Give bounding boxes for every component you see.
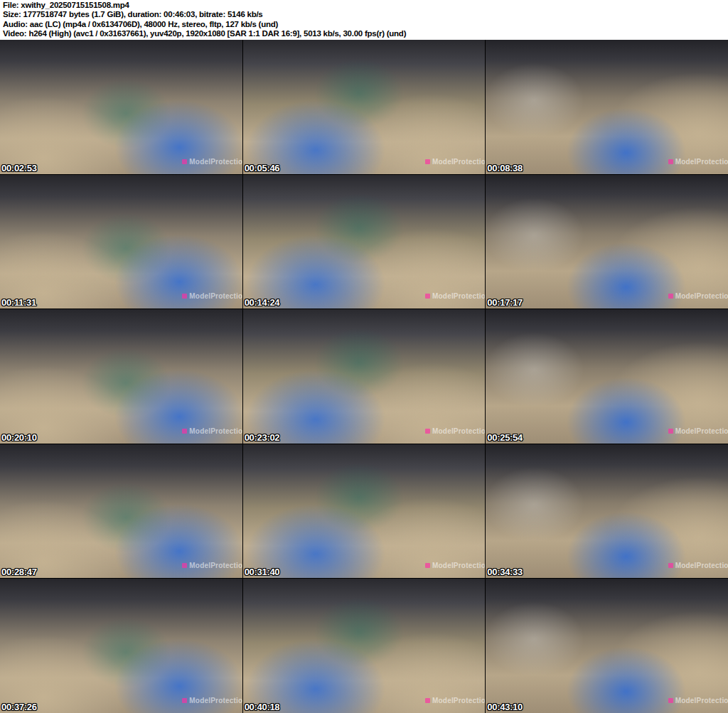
media-info-file: File: xwithy_20250715151508.mp4 — [3, 1, 728, 10]
thumbnail-placeholder-image — [0, 175, 242, 309]
watermark-label: ModelProtection — [675, 697, 728, 704]
timestamp-badge: 00:17:17 — [487, 297, 523, 308]
timestamp-badge: 00:34:33 — [487, 567, 523, 577]
watermark-label: ModelProtection — [189, 158, 242, 166]
thumbnail-placeholder-image — [0, 579, 242, 713]
watermark-icon — [668, 159, 673, 164]
timestamp-badge: 00:05:46 — [245, 163, 280, 173]
timestamp-badge: 00:43:10 — [487, 702, 523, 712]
timestamp-badge: 00:02:53 — [1, 163, 37, 173]
timestamp-badge: 00:20:10 — [1, 432, 37, 443]
watermark: ModelProtection — [425, 562, 485, 569]
watermark: ModelProtection — [668, 292, 728, 300]
watermark: ModelProtection — [182, 562, 242, 569]
thumbnail-placeholder-image — [486, 175, 728, 309]
thumbnail-placeholder-image — [243, 40, 486, 174]
video-thumbnail: ModelProtection 00:05:46 — [243, 40, 486, 174]
watermark-icon — [182, 563, 187, 568]
timestamp-badge: 00:25:54 — [487, 432, 523, 443]
video-thumbnail: ModelProtection 00:43:10 — [486, 579, 728, 713]
watermark: ModelProtection — [668, 427, 728, 435]
watermark-icon — [425, 294, 430, 299]
video-thumbnail: ModelProtection 00:08:38 — [486, 40, 728, 174]
watermark-icon — [182, 429, 187, 434]
video-contact-sheet: File: xwithy_20250715151508.mp4 Size: 17… — [0, 0, 728, 713]
thumbnail-placeholder-image — [243, 309, 486, 444]
watermark-icon — [425, 159, 430, 164]
watermark-icon — [425, 698, 430, 703]
video-thumbnail: ModelProtection 00:34:33 — [486, 444, 728, 579]
video-thumbnail: ModelProtection 00:14:24 — [243, 175, 486, 309]
watermark: ModelProtection — [182, 158, 242, 166]
thumbnail-placeholder-image — [0, 444, 242, 579]
watermark-icon — [425, 563, 430, 568]
timestamp-badge: 00:28:47 — [1, 567, 37, 577]
video-thumbnail: ModelProtection 00:11:31 — [0, 175, 242, 309]
watermark-label: ModelProtection — [675, 562, 728, 569]
video-thumbnail: ModelProtection 00:02:53 — [0, 40, 242, 174]
watermark-label: ModelProtection — [189, 292, 242, 300]
watermark-label: ModelProtection — [432, 562, 485, 569]
watermark-label: ModelProtection — [675, 427, 728, 435]
watermark: ModelProtection — [182, 697, 242, 704]
thumbnail-placeholder-image — [486, 444, 728, 579]
video-thumbnail: ModelProtection 00:23:02 — [243, 309, 486, 444]
watermark: ModelProtection — [425, 427, 485, 435]
video-thumbnail: ModelProtection 00:31:40 — [243, 444, 486, 579]
watermark-icon — [425, 429, 430, 434]
watermark-label: ModelProtection — [189, 427, 242, 435]
media-info-header: File: xwithy_20250715151508.mp4 Size: 17… — [0, 0, 728, 40]
timestamp-badge: 00:11:31 — [1, 297, 36, 308]
watermark: ModelProtection — [425, 292, 485, 300]
watermark-label: ModelProtection — [432, 292, 485, 300]
watermark-icon — [182, 294, 187, 299]
watermark-label: ModelProtection — [189, 562, 242, 569]
watermark-label: ModelProtection — [675, 292, 728, 300]
watermark-label: ModelProtection — [432, 158, 485, 166]
video-thumbnail: ModelProtection 00:20:10 — [0, 309, 242, 444]
watermark: ModelProtection — [425, 697, 485, 704]
watermark-icon — [668, 294, 673, 299]
watermark-label: ModelProtection — [675, 158, 728, 166]
thumbnail-placeholder-image — [243, 579, 486, 713]
watermark-label: ModelProtection — [432, 697, 485, 704]
watermark-icon — [182, 159, 187, 164]
media-info-audio: Audio: aac (LC) (mp4a / 0x6134706D), 480… — [3, 20, 728, 29]
timestamp-badge: 00:23:02 — [245, 432, 280, 443]
thumbnail-placeholder-image — [0, 309, 242, 444]
thumbnail-placeholder-image — [486, 309, 728, 444]
timestamp-badge: 00:40:18 — [245, 702, 280, 712]
video-thumbnail: ModelProtection 00:40:18 — [243, 579, 486, 713]
watermark-icon — [668, 563, 673, 568]
thumbnail-placeholder-image — [486, 40, 728, 174]
thumbnail-placeholder-image — [243, 444, 486, 579]
video-thumbnail: ModelProtection 00:37:26 — [0, 579, 242, 713]
watermark: ModelProtection — [182, 292, 242, 300]
watermark: ModelProtection — [425, 158, 485, 166]
watermark: ModelProtection — [182, 427, 242, 435]
timestamp-badge: 00:37:26 — [1, 702, 37, 712]
timestamp-badge: 00:14:24 — [245, 297, 280, 308]
watermark-icon — [182, 698, 187, 703]
timestamp-badge: 00:08:38 — [487, 163, 523, 173]
watermark-icon — [668, 698, 673, 703]
watermark: ModelProtection — [668, 158, 728, 166]
video-thumbnail: ModelProtection 00:17:17 — [486, 175, 728, 309]
media-info-video: Video: h264 (High) (avc1 / 0x31637661), … — [3, 29, 728, 38]
watermark-label: ModelProtection — [432, 427, 485, 435]
watermark-label: ModelProtection — [189, 697, 242, 704]
video-thumbnail: ModelProtection 00:25:54 — [486, 309, 728, 444]
thumbnail-placeholder-image — [486, 579, 728, 713]
watermark-icon — [668, 429, 673, 434]
watermark: ModelProtection — [668, 562, 728, 569]
thumbnail-placeholder-image — [0, 40, 242, 174]
video-thumbnail: ModelProtection 00:28:47 — [0, 444, 242, 579]
thumbnail-placeholder-image — [243, 175, 486, 309]
thumbnail-grid: ModelProtection 00:02:53 ModelProtection… — [0, 40, 728, 713]
media-info-size: Size: 1777518747 bytes (1.7 GiB), durati… — [3, 10, 728, 19]
watermark: ModelProtection — [668, 697, 728, 704]
timestamp-badge: 00:31:40 — [245, 567, 280, 577]
